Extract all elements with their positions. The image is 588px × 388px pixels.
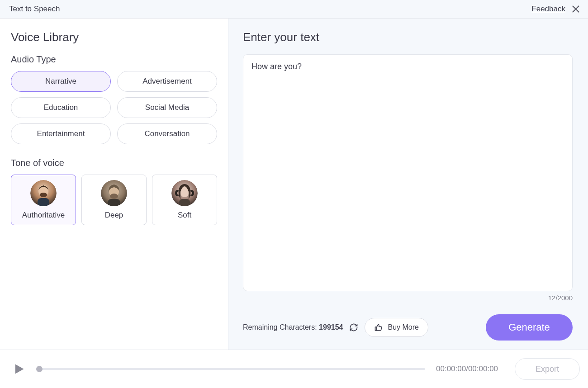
close-icon[interactable] — [571, 4, 581, 14]
header: Text to Speech Feedback — [0, 0, 588, 19]
enter-text-title: Enter your text — [243, 30, 573, 44]
time-display: 00:00:00/00:00:00 — [436, 364, 504, 374]
tone-deep[interactable]: Deep — [81, 175, 147, 225]
svg-marker-13 — [15, 364, 24, 374]
seek-thumb[interactable] — [36, 366, 43, 372]
player-bar: 00:00:00/00:00:00 Export — [0, 350, 588, 388]
main: Voice Library Audio Type Narrative Adver… — [0, 19, 588, 350]
audio-type-education[interactable]: Education — [11, 97, 111, 118]
audio-type-label: Audio Type — [11, 54, 217, 65]
seek-track[interactable] — [36, 368, 425, 370]
tone-authoritative[interactable]: Authoritative — [11, 175, 76, 225]
thumbs-up-icon — [374, 323, 383, 332]
actions-left: Remaining Characters: 199154 Buy More — [243, 318, 428, 337]
svg-point-4 — [40, 193, 47, 197]
text-input[interactable] — [251, 62, 564, 284]
tone-soft[interactable]: Soft — [152, 175, 217, 225]
voice-library-title: Voice Library — [11, 30, 217, 44]
avatar-icon — [30, 180, 57, 206]
export-button[interactable]: Export — [515, 358, 580, 380]
audio-type-narrative[interactable]: Narrative — [11, 71, 111, 92]
remaining-value: 199154 — [319, 323, 343, 331]
character-count: 12/2000 — [243, 294, 573, 302]
svg-rect-9 — [108, 199, 120, 206]
refresh-icon[interactable] — [349, 323, 358, 332]
app-title: Text to Speech — [9, 5, 60, 14]
buy-more-label: Buy More — [388, 323, 418, 331]
avatar-icon — [101, 180, 127, 206]
audio-type-entertainment[interactable]: Entertainment — [11, 123, 111, 144]
tone-label: Soft — [178, 211, 191, 220]
svg-rect-5 — [38, 198, 49, 206]
header-right: Feedback — [531, 4, 581, 14]
remaining-label-text: Remaining Characters: — [243, 323, 319, 331]
actions-row: Remaining Characters: 199154 Buy More Ge… — [243, 314, 573, 341]
text-input-wrap — [243, 54, 573, 291]
buy-more-button[interactable]: Buy More — [365, 318, 428, 337]
play-icon[interactable] — [13, 363, 25, 375]
avatar-icon — [171, 180, 198, 206]
generate-button[interactable]: Generate — [486, 314, 573, 341]
text-entry-panel: Enter your text 12/2000 Remaining Charac… — [228, 19, 588, 350]
tone-label: Deep — [105, 211, 123, 220]
tone-cards: Authoritative Deep — [11, 175, 217, 225]
tone-of-voice-label: Tone of voice — [11, 158, 217, 168]
audio-type-advertisement[interactable]: Advertisement — [117, 71, 217, 92]
feedback-link[interactable]: Feedback — [531, 5, 565, 14]
audio-type-conversation[interactable]: Conversation — [117, 123, 217, 144]
voice-library-panel: Voice Library Audio Type Narrative Adver… — [0, 19, 228, 350]
svg-point-8 — [110, 194, 118, 199]
tone-label: Authoritative — [22, 211, 65, 220]
audio-type-chips: Narrative Advertisement Education Social… — [11, 71, 217, 144]
svg-rect-12 — [179, 199, 190, 206]
audio-type-social-media[interactable]: Social Media — [117, 97, 217, 118]
remaining-characters: Remaining Characters: 199154 — [243, 323, 343, 331]
